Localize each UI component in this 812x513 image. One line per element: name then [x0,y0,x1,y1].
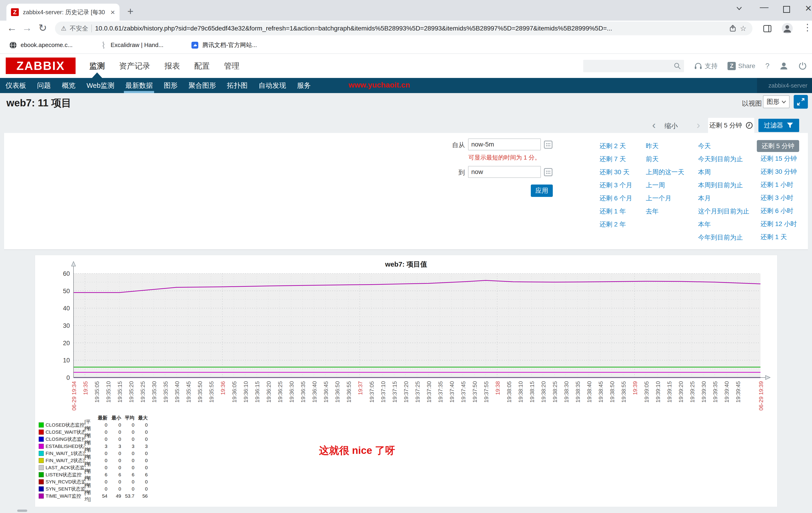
share-icon[interactable] [729,25,737,32]
legend-series-name[interactable]: LAST_ACK状态监控 [46,464,85,471]
quick-range-还剩 3 小时[interactable]: 还剩 3 小时 [757,191,799,204]
search-icon[interactable] [673,62,681,70]
menu-item-资产记录[interactable]: 资产记录 [119,61,150,71]
quick-range-今天[interactable]: 今天 [698,139,749,153]
quick-range-还剩 2 年[interactable]: 还剩 2 年 [600,218,632,231]
url-input[interactable] [95,25,726,32]
browser-tab[interactable]: Z zabbix4-server: 历史记录 [每30 × [6,4,119,21]
new-tab-button[interactable]: + [127,5,134,18]
zabbix-logo[interactable]: ZABBIX [6,57,76,74]
url-bar[interactable]: ⚠ 不安全 ☆ [55,22,752,35]
support-link[interactable]: 支持 [694,62,718,71]
legend-series-name[interactable]: FIN_WAIT_2状态监控 [46,457,85,464]
legend-series-name[interactable]: ESTABLISHED状态 [46,443,85,450]
quick-range-今年到目前为止[interactable]: 今年到目前为止 [698,231,749,244]
subnav-item-服务[interactable]: 服务 [291,78,316,93]
quick-range-还剩 6 个月[interactable]: 还剩 6 个月 [600,192,632,205]
quick-range-还剩 6 小时[interactable]: 还剩 6 小时 [757,204,799,217]
quick-range-还剩 15 分钟[interactable]: 还剩 15 分钟 [757,152,799,165]
menu-item-监测[interactable]: 监测 [89,61,105,71]
subnav-item-自动发现[interactable]: 自动发现 [253,78,291,93]
quick-range-还剩 1 天[interactable]: 还剩 1 天 [757,231,799,243]
menu-item-管理[interactable]: 管理 [224,61,239,71]
quick-range-前天[interactable]: 前天 [646,153,684,165]
from-calendar-icon[interactable] [544,140,553,149]
legend-series-name[interactable]: CLOSE_WAIT状态监控 [46,429,85,435]
quick-range-上一周[interactable]: 上一周 [646,179,684,192]
forward-button[interactable]: → [22,22,32,33]
bookmark-item[interactable]: Excalidraw | Hand... [100,41,164,49]
quick-range-还剩 1 小时[interactable]: 还剩 1 小时 [757,178,799,191]
legend-series-name[interactable]: SYN_SENT状态监控 [46,486,85,492]
to-calendar-icon[interactable] [544,167,553,177]
logout-power-button[interactable] [798,62,807,71]
legend-series-name[interactable]: SYN_RCVD状态监控 [46,479,85,485]
back-button[interactable]: ← [7,22,17,33]
legend-series-name[interactable]: CLOSED状态监控 [46,422,85,428]
subnav-item-问题[interactable]: 问题 [32,78,56,93]
legend-series-name[interactable]: LISTEN状态监控 [46,471,85,478]
quick-range-还剩 2 天[interactable]: 还剩 2 天 [600,139,632,153]
window-maximize-button[interactable] [783,6,790,13]
time-prev-button[interactable]: ‹ [652,119,656,131]
view-as-select[interactable]: 图形 [763,96,789,108]
quick-range-本年[interactable]: 本年 [698,218,749,231]
subnav-item-仪表板[interactable]: 仪表板 [0,78,32,93]
window-close-button[interactable]: × [805,2,812,15]
zoom-out-button[interactable]: 缩小 [665,122,678,131]
tab-close-icon[interactable]: × [110,8,115,17]
apply-button[interactable]: 应用 [531,185,553,197]
to-input[interactable] [468,166,541,178]
svg-text:0: 0 [66,374,70,381]
legend-last-value: 0 [96,429,107,435]
quick-range-本周[interactable]: 本周 [698,165,749,179]
quick-range-还剩 3 个月[interactable]: 还剩 3 个月 [600,179,632,192]
subnav-item-图形[interactable]: 图形 [158,78,183,93]
bookmark-star-icon[interactable]: ☆ [740,24,747,33]
quick-range-上周的这一天[interactable]: 上周的这一天 [646,165,684,179]
svg-text:19:38:15: 19:38:15 [529,381,535,403]
subnav-item-拓扑图[interactable]: 拓扑图 [222,78,253,93]
horizontal-scrollbar[interactable] [17,510,27,512]
quick-range-上一个月[interactable]: 上一个月 [646,192,684,205]
legend-series-name[interactable]: TIME_WAIT监控 [46,493,85,499]
quick-range-本月[interactable]: 本月 [698,192,749,205]
quick-range-还剩 30 天[interactable]: 还剩 30 天 [600,165,632,179]
quick-range-去年[interactable]: 去年 [646,205,684,218]
subnav-item-聚合图形[interactable]: 聚合图形 [183,78,222,93]
subnav-item-最新数据[interactable]: 最新数据 [120,78,158,93]
profile-button[interactable] [780,62,788,71]
fullscreen-button[interactable] [794,95,808,109]
time-range-tab[interactable]: 还剩 5 分钟 [708,118,754,133]
side-panel-icon[interactable] [762,24,772,33]
filter-button[interactable]: 过滤器 [758,119,799,132]
browser-profile-avatar[interactable] [781,23,793,34]
security-label[interactable]: 不安全 [69,24,88,32]
quick-range-还剩 5 分钟[interactable]: 还剩 5 分钟 [757,140,799,152]
quick-range-还剩 7 天[interactable]: 还剩 7 天 [600,153,632,165]
menu-item-配置[interactable]: 配置 [194,61,210,71]
window-minimize-button[interactable]: — [760,2,768,12]
browser-menu-kebab-icon[interactable]: ⋮ [803,22,812,32]
menu-item-报表[interactable]: 报表 [165,61,180,71]
quick-range-这个月到目前为止[interactable]: 这个月到目前为止 [698,205,749,218]
quick-range-今天到目前为止[interactable]: 今天到目前为止 [698,153,749,165]
from-input[interactable] [468,138,541,151]
quick-range-本周到目前为止[interactable]: 本周到目前为止 [698,179,749,192]
share-link[interactable]: Z Share [727,62,755,70]
tab-search-chevron-icon[interactable] [735,4,743,12]
subnav-item-Web监测[interactable]: Web监测 [81,78,120,93]
time-next-button[interactable]: › [697,119,700,131]
quick-range-还剩 30 分钟[interactable]: 还剩 30 分钟 [757,165,799,178]
quick-range-还剩 12 小时[interactable]: 还剩 12 小时 [757,217,799,231]
legend-series-name[interactable]: FIN_WAIT_1状态监控 [46,450,85,457]
quick-range-还剩 1 年[interactable]: 还剩 1 年 [600,205,632,218]
bookmark-item[interactable]: 腾讯文档-官方网站... [191,41,257,49]
quick-range-昨天[interactable]: 昨天 [646,139,684,153]
search-input[interactable] [583,60,684,72]
subnav-item-概览[interactable]: 概览 [56,78,81,93]
legend-series-name[interactable]: CLOSING状态监控 [46,436,85,442]
bookmark-item[interactable]: ebook.apecome.c... [9,41,72,49]
reload-button[interactable]: ↻ [38,22,47,34]
help-button[interactable]: ? [765,62,770,70]
